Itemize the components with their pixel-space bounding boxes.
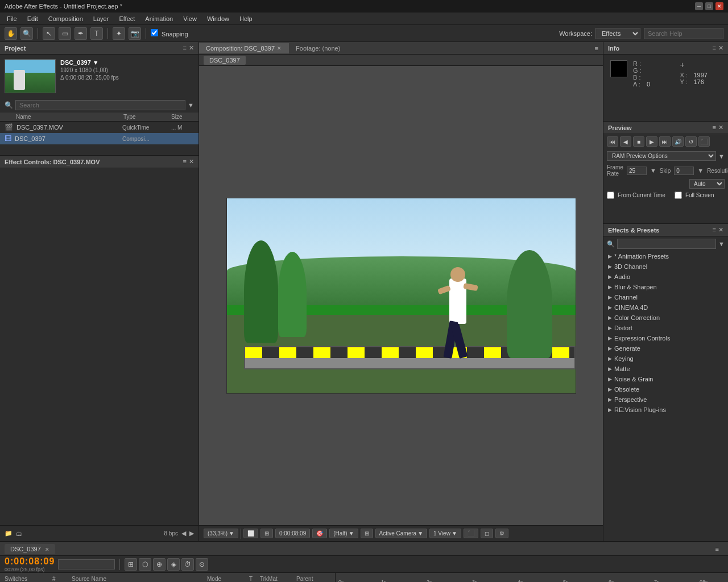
info-close-icon[interactable]: ✕	[718, 44, 723, 52]
audio-button[interactable]: 🔊	[672, 136, 684, 147]
timeline-tab-close[interactable]: ✕	[45, 547, 49, 552]
resolution-control[interactable]: ⊞	[260, 529, 273, 538]
camera-icon-btn[interactable]: 🎯	[312, 529, 327, 538]
tl-tool-2[interactable]: ⬡	[139, 558, 151, 571]
camera-control[interactable]: Active Camera ▼	[375, 529, 427, 538]
tl-tool-1[interactable]: ⊞	[125, 558, 137, 571]
effects-close-icon[interactable]: ✕	[718, 226, 723, 234]
transparency-control[interactable]: ◻	[481, 529, 493, 538]
hand-tool[interactable]: ✋	[5, 27, 17, 40]
effect-channel[interactable]: ▶ Channel	[603, 292, 728, 302]
effects-search-input[interactable]	[617, 239, 716, 249]
search-input[interactable]	[644, 28, 723, 39]
effect-blur-sharpen[interactable]: ▶ Blur & Sharpen	[603, 282, 728, 292]
project-item-mov[interactable]: 🎬 DSC_0397.MOV QuickTime ... M	[0, 122, 198, 133]
project-item-comp[interactable]: 🎞 DSC_0397 Composi...	[0, 133, 198, 144]
menu-file[interactable]: File	[2, 14, 22, 23]
info-menu-icon[interactable]: ≡	[713, 44, 716, 52]
preview-menu-icon[interactable]: ≡	[713, 124, 716, 131]
snapping-checkbox[interactable]	[151, 29, 158, 36]
extra-controls[interactable]: ⚙	[495, 529, 508, 538]
play-button[interactable]: ▶	[646, 136, 657, 147]
grid-toggle[interactable]: ⊞	[361, 529, 373, 538]
effect-animation-presets[interactable]: ▶ * Animation Presets	[603, 251, 728, 261]
effect-perspective[interactable]: ▶ Perspective	[603, 394, 728, 405]
effect-3d-channel[interactable]: ▶ 3D Channel	[603, 261, 728, 272]
menu-animation[interactable]: Animation	[140, 14, 177, 23]
fit-control[interactable]: ⬜	[243, 529, 258, 538]
timeline-timecode[interactable]: 0:00:08:09	[5, 556, 55, 567]
effects-search-arrow[interactable]: ▼	[718, 240, 725, 247]
tl-tool-6[interactable]: ⊙	[196, 558, 208, 571]
close-button[interactable]: ✕	[715, 2, 723, 10]
project-folder-icon[interactable]: 🗂	[16, 530, 22, 537]
effect-expression-controls[interactable]: ▶ Expression Controls	[603, 333, 728, 343]
panel-menu-icon[interactable]: ≡	[183, 44, 187, 52]
rect-tool[interactable]: ▭	[59, 27, 71, 40]
project-next-icon[interactable]: ▶	[189, 530, 194, 537]
comp-panel-menu[interactable]: ≡	[595, 45, 598, 52]
menu-view[interactable]: View	[179, 14, 201, 23]
full-screen-checkbox[interactable]	[675, 192, 682, 199]
quality-control[interactable]: (Half) ▼	[329, 529, 358, 538]
effect-cinema4d[interactable]: ▶ CINEMA 4D	[603, 302, 728, 313]
text-tool[interactable]: T	[90, 27, 103, 40]
workspace-select[interactable]: Effects Standard Minimal	[595, 28, 640, 39]
timeline-tab-main[interactable]: DSC_0397 ✕	[5, 544, 55, 554]
zoom-control[interactable]: (33,3%) ▼	[204, 529, 238, 538]
project-import-icon[interactable]: 📁	[5, 530, 13, 537]
effect-color-correction[interactable]: ▶ Color Correction	[603, 313, 728, 323]
menu-layer[interactable]: Layer	[89, 14, 114, 23]
skip-dropdown[interactable]: ▼	[697, 167, 704, 174]
maximize-button[interactable]: □	[705, 2, 713, 10]
full-screen-label[interactable]: Full Screen	[685, 192, 714, 198]
menu-effect[interactable]: Effect	[114, 14, 139, 23]
effect-distort[interactable]: ▶ Distort	[603, 323, 728, 333]
effect-keying[interactable]: ▶ Keying	[603, 354, 728, 364]
loop-button[interactable]: ↺	[685, 136, 697, 147]
project-prev-icon[interactable]: ◀	[181, 530, 186, 537]
menu-help[interactable]: Help	[235, 14, 257, 23]
project-search-input[interactable]	[15, 100, 185, 110]
frame-rate-input[interactable]	[627, 167, 647, 175]
render-control[interactable]: ⬛	[464, 529, 478, 538]
anchor-tool[interactable]: ✦	[113, 27, 125, 40]
from-current-time-checkbox[interactable]	[607, 192, 614, 199]
menu-window[interactable]: Window	[202, 14, 234, 23]
pen-tool[interactable]: ✒	[75, 27, 87, 40]
ram-preview-select[interactable]: RAM Preview Options	[607, 151, 716, 161]
skip-to-start-button[interactable]: ⏮	[607, 136, 618, 147]
preview-close-icon[interactable]: ✕	[718, 124, 723, 131]
skip-input[interactable]	[674, 167, 694, 175]
zoom-tool[interactable]: 🔍	[20, 27, 33, 40]
view-control[interactable]: 1 View ▼	[429, 529, 461, 538]
effect-generate[interactable]: ▶ Generate	[603, 343, 728, 354]
panel-close-icon[interactable]: ✕	[189, 44, 194, 52]
effect-matte[interactable]: ▶ Matte	[603, 364, 728, 374]
composition-tab[interactable]: Composition: DSC_0397 ✕	[199, 43, 289, 53]
minimize-button[interactable]: ─	[695, 2, 703, 10]
frame-rate-dropdown[interactable]: ▼	[650, 167, 656, 174]
timeline-menu-icon[interactable]: ≡	[715, 546, 719, 552]
effect-menu-icon[interactable]: ≡	[183, 158, 187, 165]
comp-tab-close[interactable]: ✕	[277, 45, 282, 51]
step-back-button[interactable]: ◀	[620, 136, 631, 147]
from-current-time-label[interactable]: From Current Time	[618, 192, 665, 198]
resolution-select[interactable]: Auto Full Half Third Quarter	[689, 179, 725, 189]
effect-noise-grain[interactable]: ▶ Noise & Grain	[603, 374, 728, 384]
camera-tool[interactable]: 📷	[129, 27, 141, 40]
stop-button[interactable]: ■	[633, 136, 644, 147]
menu-composition[interactable]: Composition	[44, 14, 88, 23]
tl-tool-4[interactable]: ◈	[167, 558, 180, 571]
tl-tool-5[interactable]: ⏱	[181, 558, 194, 571]
effects-menu-icon[interactable]: ≡	[713, 226, 716, 234]
timeline-search-input[interactable]	[58, 559, 115, 569]
tl-tool-3[interactable]: ⊕	[153, 558, 166, 571]
select-tool[interactable]: ↖	[43, 27, 55, 40]
skip-to-end-button[interactable]: ⏭	[659, 136, 671, 147]
search-down-icon[interactable]: ▼	[188, 102, 194, 109]
effect-close-icon[interactable]: ✕	[189, 158, 194, 165]
menu-edit[interactable]: Edit	[23, 14, 43, 23]
render-preview-button[interactable]: ⬛	[698, 136, 710, 147]
effect-revision-plugins[interactable]: ▶ RE:Vision Plug-ins	[603, 405, 728, 415]
